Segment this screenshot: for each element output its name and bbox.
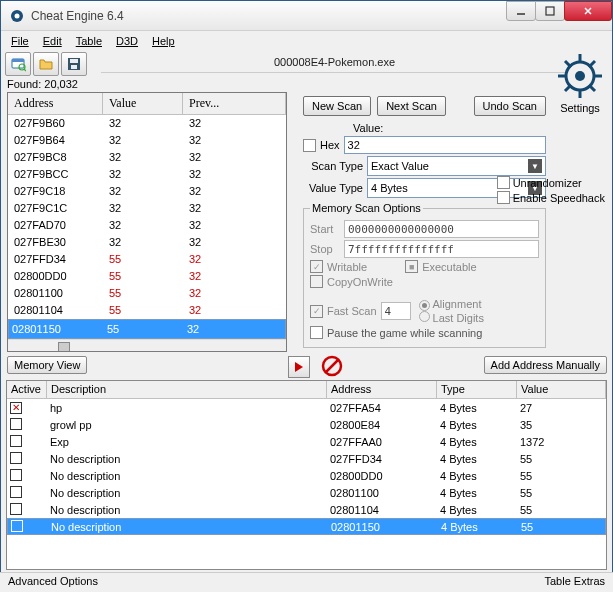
svg-rect-12: [71, 65, 77, 69]
new-scan-button[interactable]: New Scan: [303, 96, 371, 116]
writable-checkbox[interactable]: ✓: [310, 260, 323, 273]
active-checkbox[interactable]: ✕: [10, 402, 22, 414]
memory-scan-options-group: Memory Scan Options Start Stop ✓ Writabl…: [303, 202, 546, 348]
add-to-list-button[interactable]: [288, 356, 310, 378]
cheat-row[interactable]: No description028011004 Bytes55: [7, 484, 606, 501]
maximize-button[interactable]: [535, 1, 565, 21]
scan-results[interactable]: Address Value Prev... 027F9B603232027F9B…: [7, 92, 287, 352]
cheat-row[interactable]: No description028011044 Bytes55: [7, 501, 606, 518]
col-type[interactable]: Type: [437, 381, 517, 398]
undo-scan-button[interactable]: Undo Scan: [474, 96, 546, 116]
cow-checkbox[interactable]: [310, 275, 323, 288]
cheat-row[interactable]: ✕hp027FFA544 Bytes27: [7, 399, 606, 416]
memory-view-button[interactable]: Memory View: [7, 356, 87, 374]
scan-type-label: Scan Type: [303, 160, 363, 172]
col-value2[interactable]: Value: [517, 381, 606, 398]
result-row[interactable]: 028011005532: [8, 285, 286, 302]
hex-checkbox[interactable]: [303, 139, 316, 152]
active-checkbox[interactable]: [11, 520, 23, 532]
menu-table[interactable]: Table: [70, 32, 108, 50]
active-checkbox[interactable]: [10, 418, 22, 430]
speedhack-label: Enable Speedhack: [513, 192, 605, 204]
last-digits-radio[interactable]: [419, 311, 430, 322]
speedhack-checkbox[interactable]: [497, 191, 510, 204]
advanced-options-link[interactable]: Advanced Options: [8, 575, 98, 590]
cheat-row[interactable]: No description027FFD344 Bytes55: [7, 450, 606, 467]
active-checkbox[interactable]: [10, 452, 22, 464]
unrandomizer-label: Unrandomizer: [513, 177, 582, 189]
cheat-table[interactable]: Active Description Address Type Value ✕h…: [6, 380, 607, 570]
fast-scan-checkbox[interactable]: ✓: [310, 305, 323, 318]
col-address[interactable]: Address: [8, 93, 103, 114]
table-extras-link[interactable]: Table Extras: [544, 575, 605, 590]
chevron-down-icon: ▼: [528, 159, 542, 173]
next-scan-button[interactable]: Next Scan: [377, 96, 446, 116]
pause-checkbox[interactable]: [310, 326, 323, 339]
menu-bar: File Edit Table D3D Help: [1, 31, 612, 51]
result-row[interactable]: 028011505532: [8, 319, 286, 339]
result-row[interactable]: 027F9BC83232: [8, 149, 286, 166]
fast-scan-label: Fast Scan: [327, 305, 377, 317]
minimize-button[interactable]: [506, 1, 536, 21]
value-type-label: Value Type: [303, 182, 363, 194]
active-checkbox[interactable]: [10, 435, 22, 447]
alignment-radio[interactable]: [419, 300, 430, 311]
menu-help[interactable]: Help: [146, 32, 181, 50]
result-row[interactable]: 027FBE303232: [8, 234, 286, 251]
cheat-row[interactable]: No description028011504 Bytes55: [7, 518, 606, 535]
active-checkbox[interactable]: [10, 469, 22, 481]
open-file-button[interactable]: [33, 52, 59, 76]
cheat-row[interactable]: growl pp02800E844 Bytes35: [7, 416, 606, 433]
menu-d3d[interactable]: D3D: [110, 32, 144, 50]
executable-label: Executable: [422, 261, 476, 273]
cow-label: CopyOnWrite: [327, 276, 393, 288]
result-row[interactable]: 027FFD345532: [8, 251, 286, 268]
stop-icon[interactable]: [320, 354, 344, 378]
svg-line-9: [24, 69, 26, 71]
start-input[interactable]: [344, 220, 539, 238]
window-title: Cheat Engine 6.4: [31, 9, 124, 23]
pause-label: Pause the game while scanning: [327, 327, 482, 339]
result-row[interactable]: 027FAD703232: [8, 217, 286, 234]
results-hscrollbar[interactable]: [8, 339, 286, 352]
title-bar: Cheat Engine 6.4: [1, 1, 612, 31]
open-process-button[interactable]: [5, 52, 31, 76]
executable-checkbox[interactable]: ■: [405, 260, 418, 273]
menu-file[interactable]: File: [5, 32, 35, 50]
svg-line-16: [326, 360, 338, 372]
active-checkbox[interactable]: [10, 503, 22, 515]
hex-label: Hex: [320, 139, 340, 151]
value-input[interactable]: [344, 136, 546, 154]
result-row[interactable]: 027F9C1C3232: [8, 200, 286, 217]
close-button[interactable]: [564, 1, 612, 21]
process-name-label: 000008E4-Pokemon.exe: [101, 55, 568, 73]
result-row[interactable]: 027F9B603232: [8, 115, 286, 132]
result-row[interactable]: 028011045532: [8, 302, 286, 319]
result-row[interactable]: 027F9BCC3232: [8, 166, 286, 183]
svg-rect-11: [70, 59, 78, 63]
result-row[interactable]: 027F9B643232: [8, 132, 286, 149]
col-address2[interactable]: Address: [327, 381, 437, 398]
col-active[interactable]: Active: [7, 381, 47, 398]
status-bar: Advanced Options Table Extras: [0, 572, 613, 592]
col-prev[interactable]: Prev...: [183, 93, 286, 114]
unrandomizer-checkbox[interactable]: [497, 176, 510, 189]
scan-type-select[interactable]: Exact Value▼: [367, 156, 546, 176]
add-address-manually-button[interactable]: Add Address Manually: [484, 356, 607, 374]
results-header: Address Value Prev...: [8, 93, 286, 115]
col-value[interactable]: Value: [103, 93, 183, 114]
app-icon: [9, 8, 25, 24]
stop-input[interactable]: [344, 240, 539, 258]
active-checkbox[interactable]: [10, 486, 22, 498]
result-row[interactable]: 02800DD05532: [8, 268, 286, 285]
cheat-row[interactable]: No description02800DD04 Bytes55: [7, 467, 606, 484]
stop-label: Stop: [310, 243, 340, 255]
col-description[interactable]: Description: [47, 381, 327, 398]
start-label: Start: [310, 223, 340, 235]
svg-point-14: [575, 71, 585, 81]
menu-edit[interactable]: Edit: [37, 32, 68, 50]
save-button[interactable]: [61, 52, 87, 76]
fast-scan-input[interactable]: [381, 302, 411, 320]
result-row[interactable]: 027F9C183232: [8, 183, 286, 200]
cheat-row[interactable]: Exp027FFAA04 Bytes1372: [7, 433, 606, 450]
